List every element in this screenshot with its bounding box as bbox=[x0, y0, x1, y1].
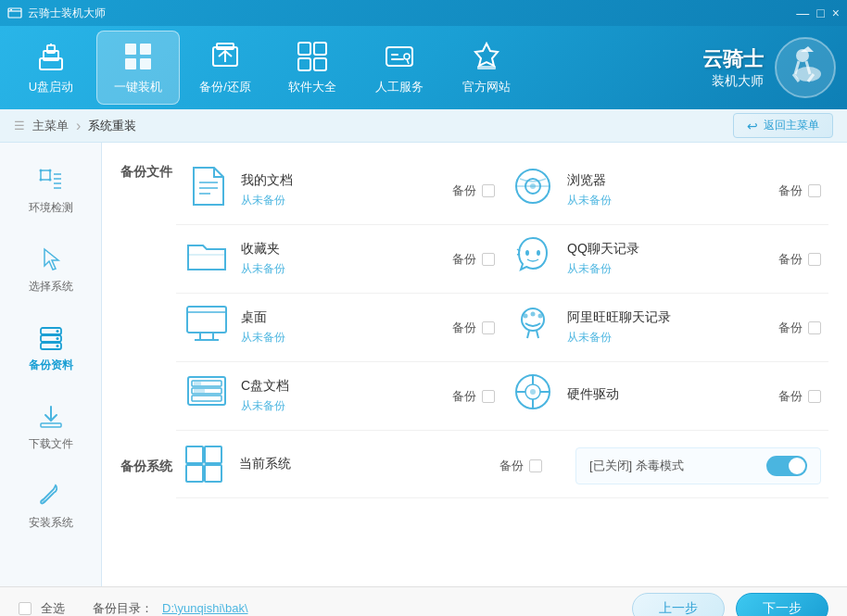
service-icon bbox=[383, 40, 416, 73]
sidebar-item-env[interactable]: 环境检测 bbox=[6, 154, 95, 229]
backup-checkbox-7[interactable] bbox=[808, 390, 821, 403]
backup-files-label: 备份文件 bbox=[120, 157, 176, 181]
backup-checkbox-1[interactable] bbox=[808, 184, 821, 197]
nav-item-website[interactable]: 官方网站 bbox=[445, 31, 528, 105]
nav-item-onekey[interactable]: 一键装机 bbox=[96, 31, 180, 105]
folder-icon bbox=[183, 236, 230, 282]
backup-files-section: 备份文件 bbox=[120, 157, 828, 431]
antivirus-toggle[interactable] bbox=[766, 456, 807, 476]
svg-rect-8 bbox=[140, 44, 151, 55]
sidebar-label-install: 安装系统 bbox=[29, 515, 73, 531]
list-item: 硬件驱动 备份 bbox=[502, 362, 828, 431]
svg-rect-75 bbox=[186, 446, 203, 463]
website-icon bbox=[470, 40, 503, 73]
back-button[interactable]: ↩ 返回主菜单 bbox=[733, 113, 833, 138]
svg-rect-2 bbox=[10, 9, 12, 11]
maximize-button[interactable]: □ bbox=[816, 6, 824, 20]
sidebar-item-download[interactable]: 下载文件 bbox=[6, 390, 95, 465]
wrench-icon bbox=[37, 482, 65, 509]
cursor-icon bbox=[37, 245, 65, 273]
app-title: 云骑士装机大师 bbox=[7, 6, 106, 21]
backup-system-label: 备份系统 bbox=[120, 459, 176, 475]
backup-checkbox-3[interactable] bbox=[808, 253, 821, 266]
svg-rect-7 bbox=[125, 44, 136, 55]
back-icon: ↩ bbox=[747, 119, 758, 133]
prev-button[interactable]: 上一步 bbox=[632, 593, 725, 617]
svg-rect-77 bbox=[186, 465, 203, 482]
list-item: C盘文档 从未备份 备份 bbox=[176, 362, 502, 431]
antivirus-label: [已关闭] 杀毒模式 bbox=[589, 458, 684, 474]
svg-line-52 bbox=[517, 254, 520, 255]
svg-line-20 bbox=[407, 59, 409, 64]
svg-rect-9 bbox=[125, 58, 136, 69]
document-icon bbox=[183, 166, 230, 215]
backup-system-checkbox[interactable] bbox=[529, 459, 542, 472]
svg-point-29 bbox=[48, 179, 51, 182]
window-controls[interactable]: — □ × bbox=[796, 6, 840, 20]
nav-label-backup: 备份/还原 bbox=[199, 79, 251, 95]
svg-point-28 bbox=[39, 179, 42, 182]
sidebar-label-env: 环境检测 bbox=[29, 200, 73, 216]
svg-rect-25 bbox=[41, 170, 50, 180]
current-system-icon bbox=[183, 444, 224, 488]
nav-label-usb: U盘启动 bbox=[29, 79, 73, 95]
nav-label-website: 官方网站 bbox=[462, 79, 511, 95]
dir-label: 备份目录： bbox=[93, 600, 153, 617]
close-button[interactable]: × bbox=[832, 6, 840, 20]
svg-point-39 bbox=[56, 345, 58, 347]
svg-point-59 bbox=[524, 314, 528, 319]
breadcrumb-current: 系统重装 bbox=[88, 118, 136, 134]
svg-rect-76 bbox=[205, 446, 221, 463]
svg-point-19 bbox=[404, 54, 410, 59]
desktop-icon bbox=[183, 305, 230, 350]
sidebar-label-download: 下载文件 bbox=[29, 436, 73, 452]
sidebar-item-selectsys[interactable]: 选择系统 bbox=[6, 233, 95, 308]
dir-path[interactable]: D:\yunqishi\bak\ bbox=[162, 601, 248, 615]
nav-label-software: 软件大全 bbox=[288, 79, 336, 95]
nav-item-software[interactable]: 软件大全 bbox=[271, 31, 354, 105]
select-all-checkbox[interactable] bbox=[19, 602, 32, 615]
nav-item-usb[interactable]: U盘启动 bbox=[9, 31, 93, 105]
svg-rect-14 bbox=[298, 43, 310, 55]
svg-rect-17 bbox=[314, 58, 326, 70]
backup-checkbox-2[interactable] bbox=[482, 253, 495, 266]
sidebar-item-install[interactable]: 安装系统 bbox=[6, 469, 95, 544]
svg-rect-78 bbox=[205, 465, 221, 482]
sidebar-label-backupdata: 备份资料 bbox=[29, 358, 73, 373]
main-layout: 环境检测 选择系统 备份资料 bbox=[0, 143, 847, 586]
svg-point-50 bbox=[537, 250, 540, 256]
backup-checkbox-4[interactable] bbox=[482, 321, 495, 334]
qq-icon bbox=[510, 234, 556, 283]
nav-label-onekey: 一键装机 bbox=[114, 79, 162, 95]
nav-item-service[interactable]: 人工服务 bbox=[358, 31, 441, 105]
antivirus-box: [已关闭] 杀毒模式 bbox=[575, 447, 821, 484]
backup-checkbox-6[interactable] bbox=[482, 390, 495, 403]
backup-checkbox-0[interactable] bbox=[482, 184, 495, 197]
svg-rect-10 bbox=[140, 58, 151, 69]
apps-icon bbox=[296, 40, 329, 73]
content-area: 备份文件 bbox=[102, 143, 847, 586]
minimize-button[interactable]: — bbox=[796, 6, 809, 20]
sidebar-item-backupdata[interactable]: 备份资料 bbox=[6, 311, 95, 386]
svg-rect-66 bbox=[194, 382, 201, 385]
hardware-icon bbox=[510, 371, 556, 421]
svg-rect-67 bbox=[194, 389, 205, 393]
download-icon bbox=[37, 403, 65, 431]
breadcrumb-root[interactable]: 主菜单 bbox=[32, 118, 69, 134]
svg-rect-21 bbox=[477, 66, 496, 69]
backup-checkbox-5[interactable] bbox=[808, 321, 821, 334]
backup-icon bbox=[209, 40, 242, 73]
windows-icon bbox=[121, 40, 155, 73]
next-button[interactable]: 下一步 bbox=[736, 593, 828, 617]
backup-files-grid: 我的文档 从未备份 备份 bbox=[176, 157, 828, 431]
list-item: 收藏夹 从未备份 备份 bbox=[176, 225, 502, 294]
cdrive-icon bbox=[183, 373, 230, 419]
brand-sub: 装机大师 bbox=[702, 73, 764, 90]
svg-point-37 bbox=[56, 330, 58, 333]
list-item: 阿里旺旺聊天记录 从未备份 备份 bbox=[502, 294, 828, 362]
svg-point-26 bbox=[39, 170, 42, 172]
nav-item-backup[interactable]: 备份/还原 bbox=[183, 31, 267, 105]
title-bar: 云骑士装机大师 — □ × bbox=[0, 0, 847, 26]
svg-point-41 bbox=[42, 499, 45, 503]
backup-system-section: 备份系统 当前系统 备份 bbox=[120, 434, 828, 498]
